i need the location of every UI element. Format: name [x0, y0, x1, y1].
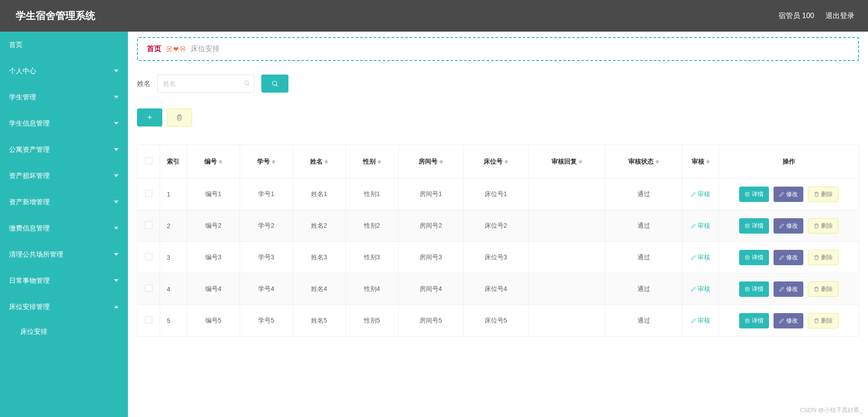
sidebar-item[interactable]: 床位安排管理: [0, 294, 128, 320]
edit-icon: [691, 286, 696, 292]
audit-link[interactable]: 审核: [691, 317, 710, 325]
pencil-icon: [779, 192, 784, 197]
th-huifu[interactable]: 审核回复: [528, 145, 605, 178]
edit-button[interactable]: 修改: [774, 187, 803, 202]
row-checkbox[interactable]: [145, 316, 152, 323]
cell-fangjian: 房间号4: [398, 273, 463, 305]
row-checkbox[interactable]: [145, 253, 152, 260]
cell-bianhao: 编号3: [187, 242, 240, 273]
th-xuehao[interactable]: 学号: [240, 145, 292, 178]
cell-xingming: 姓名3: [292, 242, 345, 273]
edit-icon: [691, 223, 696, 229]
chevron-down-icon: [113, 147, 119, 152]
chevron-down-icon: [113, 252, 119, 257]
row-checkbox[interactable]: [145, 285, 152, 292]
main-content: 首页 옷❤유 床位安排 姓名 +: [128, 32, 868, 417]
cell-xuehao: 学号3: [240, 242, 292, 273]
delete-button[interactable]: 删除: [808, 313, 839, 328]
svg-marker-17: [272, 162, 275, 164]
svg-marker-0: [114, 70, 118, 72]
delete-button[interactable]: 删除: [808, 281, 839, 297]
sort-icon: [505, 159, 508, 164]
detail-button[interactable]: 详情: [739, 281, 769, 297]
edit-button[interactable]: 修改: [774, 281, 803, 297]
svg-marker-19: [325, 162, 328, 164]
pencil-icon: [779, 286, 784, 292]
svg-marker-31: [706, 162, 710, 164]
cell-chuangwei: 床位号1: [463, 178, 528, 210]
sidebar-item[interactable]: 缴费信息管理: [0, 215, 128, 241]
svg-marker-9: [114, 305, 118, 308]
cell-chuangwei: 床位号3: [463, 242, 528, 273]
list-icon: [745, 223, 750, 229]
logout-link[interactable]: 退出登录: [826, 11, 854, 21]
sidebar-item-label: 缴费信息管理: [9, 224, 50, 233]
chevron-down-icon: [113, 173, 119, 178]
th-chuangwei[interactable]: 床位号: [463, 145, 528, 178]
edit-button[interactable]: 修改: [774, 218, 803, 234]
cell-bianhao: 编号5: [187, 305, 240, 337]
detail-button[interactable]: 详情: [739, 250, 769, 265]
watermark: CSDN @小桔子真好看_: [800, 406, 863, 414]
sidebar-item[interactable]: 学生管理: [0, 84, 128, 110]
th-xingming[interactable]: 姓名: [292, 145, 345, 178]
svg-marker-8: [114, 279, 118, 282]
svg-marker-21: [377, 162, 381, 164]
batch-delete-button[interactable]: [167, 108, 192, 127]
th-zhuangtai[interactable]: 审核状态: [605, 145, 683, 178]
chevron-down-icon: [113, 278, 119, 283]
data-table: 索引 编号 学号 姓名 性别 房间号 床位号 审核回复 审核状态 审核 操作 1…: [137, 145, 859, 337]
sidebar-item[interactable]: 资产损坏管理: [0, 163, 128, 189]
search-button[interactable]: [261, 75, 288, 93]
delete-button[interactable]: 删除: [808, 250, 839, 265]
edit-button[interactable]: 修改: [774, 250, 803, 265]
sidebar-item[interactable]: 清理公共场所管理: [0, 241, 128, 267]
table-row: 1编号1学号1姓名1性别1房间号1床位号1通过审核详情修改删除: [137, 178, 859, 210]
cell-fangjian: 房间号1: [398, 178, 463, 210]
breadcrumb-separator-icon: 옷❤유: [166, 45, 186, 53]
svg-marker-25: [505, 162, 508, 164]
edit-icon: [691, 255, 696, 260]
audit-link[interactable]: 审核: [691, 190, 710, 198]
cell-index: 1: [160, 178, 187, 210]
cell-xuehao: 学号1: [240, 178, 292, 210]
breadcrumb-home[interactable]: 首页: [147, 44, 161, 54]
sidebar-item[interactable]: 日常事物管理: [0, 267, 128, 294]
th-fangjian[interactable]: 房间号: [398, 145, 463, 178]
edit-button[interactable]: 修改: [774, 313, 803, 328]
th-xingbie[interactable]: 性别: [345, 145, 398, 178]
detail-button[interactable]: 详情: [739, 313, 769, 328]
sidebar-item[interactable]: 公寓资产管理: [0, 136, 128, 163]
row-checkbox[interactable]: [145, 190, 152, 197]
sidebar-item[interactable]: 个人中心: [0, 58, 128, 84]
th-bianhao[interactable]: 编号: [187, 145, 240, 178]
sidebar-item[interactable]: 首页: [0, 32, 128, 58]
audit-link[interactable]: 审核: [691, 285, 710, 293]
cell-chuangwei: 床位号4: [463, 273, 528, 305]
sidebar-sub-item[interactable]: 床位安排: [0, 320, 128, 343]
th-shenhe[interactable]: 审核: [683, 145, 719, 178]
cell-xuehao: 学号2: [240, 210, 292, 242]
sidebar-item-label: 学生信息管理: [9, 119, 50, 128]
search-input[interactable]: [157, 75, 255, 93]
delete-button[interactable]: 删除: [808, 187, 839, 202]
audit-link[interactable]: 审核: [691, 253, 710, 262]
audit-link[interactable]: 审核: [691, 222, 710, 230]
detail-button[interactable]: 详情: [739, 187, 769, 202]
add-button[interactable]: +: [137, 108, 162, 127]
sidebar-item-label: 资产损坏管理: [9, 172, 50, 180]
sidebar-item-label: 日常事物管理: [9, 276, 50, 285]
row-checkbox[interactable]: [145, 221, 152, 229]
sidebar-item-label: 资产新增管理: [9, 198, 50, 206]
delete-button[interactable]: 删除: [808, 218, 839, 234]
sort-icon: [656, 159, 659, 164]
cell-xuehao: 学号5: [240, 305, 292, 337]
user-label[interactable]: 宿管员 100: [778, 11, 814, 21]
cell-index: 4: [160, 273, 187, 305]
cell-index: 5: [160, 305, 187, 337]
sidebar-item[interactable]: 资产新增管理: [0, 189, 128, 215]
detail-button[interactable]: 详情: [739, 218, 769, 234]
sort-icon: [706, 159, 710, 164]
select-all-checkbox[interactable]: [145, 157, 152, 164]
sidebar-item[interactable]: 学生信息管理: [0, 110, 128, 136]
